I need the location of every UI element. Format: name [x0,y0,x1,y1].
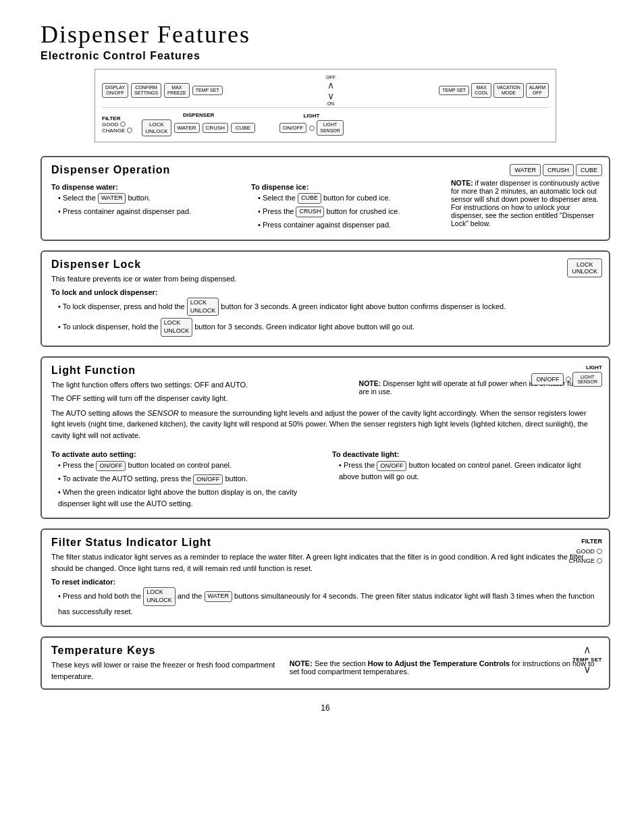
filter-lock-btn: LOCKUNLOCK [143,587,176,605]
temp-keys-left: These keys will lower or raise the freez… [51,659,276,682]
light-para2: The OFF setting will turn off the dispen… [51,393,346,404]
control-panel-diagram: DISPLAYON/OFF CONFIRMSETTINGS MAXFREEZE … [95,69,556,142]
cp-good-indicator [120,121,126,127]
page-number: 16 [41,703,610,713]
water-heading: To dispense water: [51,183,238,191]
cp-off-on-arrows: OFF ∧ ∨ ON [326,75,336,106]
lock-inline-btn2: LOCKUNLOCK [161,318,193,336]
activate-bullet-2: To activate the AUTO setting, press the … [58,473,319,485]
cp-change-label: CHANGE [102,128,125,134]
lock-bullet-2: To unlock dispenser, hold the LOCKUNLOCK… [58,318,599,336]
dispenser-operation-mid: To dispense ice: Select the CUBE button … [251,179,437,232]
cp-alarm-btn: ALARMOFF [526,83,549,99]
water-inline-btn: WATER [98,193,126,204]
act-onoff-btn2: ON/OFF [193,474,223,485]
light-sensor-area: LIGHTSENSOR [566,372,602,387]
light-label: LIGHT [586,364,602,371]
cp-dispenser-area: DISPENSER LOCKUNLOCK WATER CRUSH CUBE [142,112,255,136]
lock-icon-btn: LOCKUNLOCK [567,258,602,277]
filter-status-title: Filter Status Indicator Light [51,537,599,549]
cp-filter-label: FILTER [102,115,132,121]
dispenser-operation-content: To dispense water: Select the WATER butt… [51,179,599,232]
activate-bullets: Press the ON/OFF button located on contr… [51,460,319,509]
filter-change-circle [597,558,602,564]
cp-top-row: DISPLAYON/OFF CONFIRMSETTINGS MAXFREEZE … [102,75,549,106]
crush-inline-btn: CRUSH [296,207,324,217]
cp-change-indicator [127,128,132,133]
op-note-bold: NOTE: [451,179,473,187]
cp-onoff-btn: ON/OFF [279,123,306,134]
dispenser-lock-section: LOCKUNLOCK Dispenser Lock This feature p… [41,250,610,347]
light-function-content: The light function offers offers two set… [51,379,599,404]
cp-on-label: ON [327,101,335,106]
cp-dispenser-buttons: LOCKUNLOCK WATER CRUSH CUBE [142,119,255,136]
cp-dispenser-label: DISPENSER [142,112,255,118]
filter-status-desc: The filter status indicator light serves… [51,551,599,574]
page-title: Dispenser Features [41,20,610,49]
page-subtitle: Electronic Control Features [41,50,610,62]
cp-light-sensor-circle [309,126,315,131]
cp-tempset-btn: TEMP SET [192,86,223,95]
filter-good-text: GOOD [576,547,595,556]
cp-light-area: LIGHT ON/OFF LIGHTSENSOR [279,113,344,136]
activate-bullet-1: Press the ON/OFF button located on contr… [58,460,319,471]
lock-bullet-1: To lock dispenser, press and hold the LO… [58,298,599,316]
cp-confirm-btn: CONFIRMSETTINGS [131,83,161,99]
activate-heading: To activate auto setting: [51,450,319,458]
temp-up-arrow-icon: ∧ [583,645,591,655]
cp-lock-btn: LOCKUNLOCK [142,119,171,136]
cp-light-sensor-btn: LIGHTSENSOR [317,120,344,136]
filter-change-row: CHANGE [568,556,602,566]
light-onoff-btn: ON/OFF [531,373,564,385]
sensor-italic: SENSOR [147,409,178,417]
ice-bullet-1: Select the CUBE button for cubed ice. [258,192,437,204]
op-crush-icon: CRUSH [543,164,574,176]
op-note-text: if water dispenser is continuously activ… [451,179,599,227]
light-para3: The AUTO setting allows the SENSOR to me… [51,408,599,441]
light-sensor-btn: LIGHTSENSOR [572,372,602,387]
cp-mid-area: OFF ∧ ∨ ON [326,75,336,106]
filter-good-circle [597,549,602,554]
filter-icon-area: FILTER GOOD CHANGE [568,537,602,566]
lock-inline-btn1: LOCKUNLOCK [187,298,219,316]
cp-maxfreeze-btn: MAXFREEZE [164,83,190,99]
light-function-left: The light function offers offers two set… [51,379,346,404]
dispenser-operation-note: NOTE: if water dispenser is continuously… [451,179,599,232]
light-sensor-circle [566,377,571,382]
temp-keys-note: NOTE: See the section How to Adjust the … [290,659,599,682]
cp-display-btn: DISPLAYON/OFF [102,83,128,99]
temp-keys-content: These keys will lower or raise the freez… [51,659,599,682]
cube-inline-btn: CUBE [298,193,321,204]
temp-keys-desc: These keys will lower or raise the freez… [51,659,276,682]
temp-down-arrow-icon: ∨ [583,664,591,675]
cp-maxcool-btn: MAXCOOL [471,83,491,99]
temp-keys-title: Temperature Keys [51,645,599,657]
light-icon-area: LIGHT ON/OFF LIGHTSENSOR [531,364,602,387]
cp-good-label: GOOD [102,121,118,128]
temp-icon-area: ∧ TEMP SET ∨ [572,645,602,675]
filter-water-btn: WATER [205,591,233,602]
cp-light-label: LIGHT [279,113,344,119]
dispenser-operation-left: To dispense water: Select the WATER butt… [51,179,238,232]
ice-bullets: Select the CUBE button for cubed ice. Pr… [251,192,437,230]
lock-bullets: To lock dispenser, press and hold the LO… [51,298,599,337]
light-para1: The light function offers offers two set… [51,379,346,391]
cp-filter-good: GOOD [102,121,132,128]
light-function-title: Light Function [51,364,599,377]
dispenser-operation-icons: WATER CRUSH CUBE [510,164,602,176]
temperature-keys-section: ∧ TEMP SET ∨ Temperature Keys These keys… [41,636,610,690]
dispenser-lock-title: Dispenser Lock [51,258,599,271]
cp-arrow-down-icon: ∨ [327,90,334,101]
light-note-bold: NOTE: [359,379,381,387]
filter-icon-label: FILTER [568,537,602,546]
ice-bullet-2: Press the CRUSH button for crushed ice. [258,206,437,217]
op-cube-icon: CUBE [576,164,602,176]
cp-right-buttons: TEMP SET MAXCOOL VACATIONMODE ALARMOFF [439,83,549,99]
cp-cube-btn: CUBE [231,123,255,134]
cp-crush-btn: CRUSH [203,123,228,134]
temp-set-label: TEMP SET [572,657,602,663]
water-bullet-2: Press container against dispenser pad. [58,206,238,217]
lock-icon-area: LOCKUNLOCK [567,258,602,277]
cp-vacation-btn: VACATIONMODE [493,83,524,99]
filter-reset-bullets: Press and hold both the LOCKUNLOCK and t… [51,587,599,617]
